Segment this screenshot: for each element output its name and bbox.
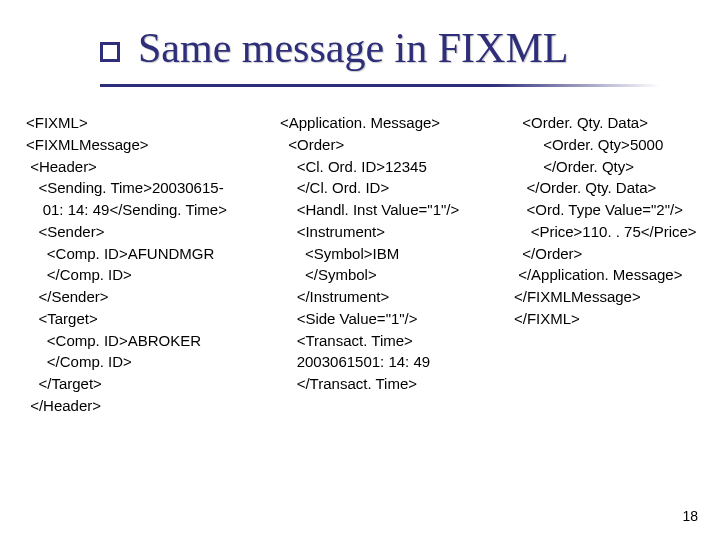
- bullet-icon: [100, 42, 120, 62]
- slide-title: Same message in FIXML: [138, 24, 568, 72]
- slide: Same message in FIXML <FIXML> <FIXMLMess…: [0, 0, 720, 540]
- xml-column-1: <FIXML> <FIXMLMessage> <Header> <Sending…: [26, 112, 268, 417]
- page-number: 18: [682, 508, 698, 524]
- xml-column-3: <Order. Qty. Data> <Order. Qty>5000 </Or…: [514, 112, 714, 417]
- title-row: Same message in FIXML: [100, 24, 690, 72]
- title-underline: [100, 84, 660, 87]
- content-columns: <FIXML> <FIXMLMessage> <Header> <Sending…: [26, 112, 714, 417]
- xml-column-2: <Application. Message> <Order> <Cl. Ord.…: [280, 112, 502, 417]
